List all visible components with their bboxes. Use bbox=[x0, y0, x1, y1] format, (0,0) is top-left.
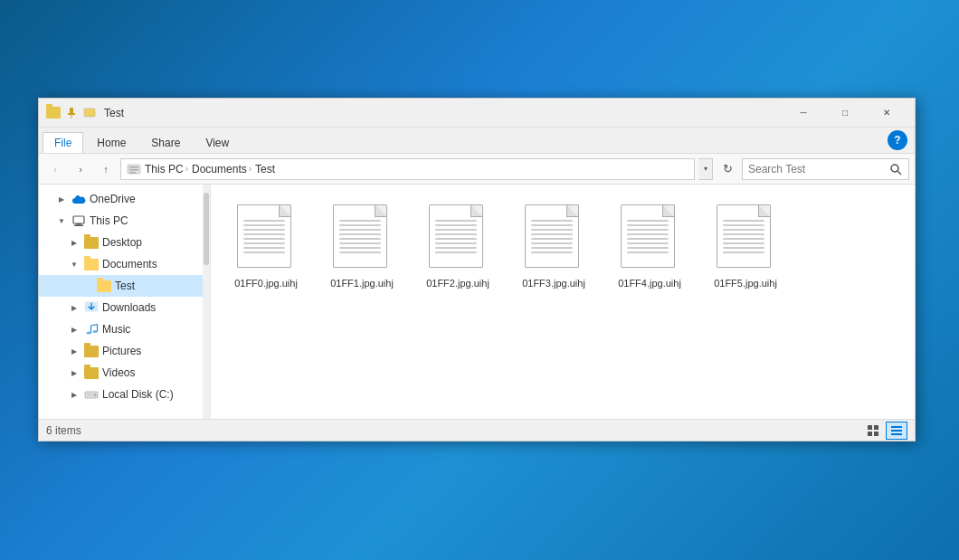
sidebar-item-test[interactable]: Test bbox=[39, 275, 210, 297]
sidebar-label-onedrive: OneDrive bbox=[90, 193, 136, 205]
file-name: 01FF0.jpg.uihj bbox=[234, 277, 298, 289]
sidebar-label-documents: Documents bbox=[102, 258, 157, 271]
svg-point-15 bbox=[93, 330, 98, 333]
svg-rect-28 bbox=[891, 433, 902, 435]
file-lines bbox=[627, 220, 669, 256]
status-bar: 6 items bbox=[39, 419, 915, 441]
file-icon bbox=[237, 204, 295, 271]
path-test-label: Test bbox=[255, 163, 275, 176]
expand-documents: ▼ bbox=[68, 258, 81, 271]
svg-line-9 bbox=[897, 171, 901, 175]
sidebar-label-desktop: Desktop bbox=[102, 236, 142, 249]
tab-share[interactable]: Share bbox=[139, 132, 192, 153]
file-item[interactable]: 01FF5.jpg.uihj bbox=[705, 199, 786, 295]
address-dropdown[interactable]: ▾ bbox=[698, 158, 713, 180]
nav-scrollbar-thumb bbox=[204, 193, 209, 265]
search-icon[interactable] bbox=[887, 160, 905, 178]
minimize-button[interactable]: ─ bbox=[783, 99, 824, 128]
sidebar-item-onedrive[interactable]: ▶ OneDrive bbox=[39, 188, 210, 210]
music-icon bbox=[84, 324, 99, 336]
file-grid: 01FF0.jpg.uihj 01FF1.jpg.uihj 01FF2.jpg.… bbox=[225, 199, 900, 295]
sidebar-item-thispc[interactable]: ▼ This PC bbox=[39, 210, 210, 232]
file-lines bbox=[339, 220, 381, 256]
svg-rect-6 bbox=[129, 169, 138, 171]
expand-onedrive: ▶ bbox=[55, 193, 68, 205]
refresh-button[interactable]: ↻ bbox=[717, 158, 738, 180]
file-lines bbox=[243, 220, 285, 256]
file-item[interactable]: 01FF3.jpg.uihj bbox=[513, 199, 594, 295]
tab-view[interactable]: View bbox=[194, 132, 241, 153]
svg-rect-11 bbox=[76, 223, 81, 225]
search-box bbox=[742, 158, 909, 180]
tab-file[interactable]: File bbox=[43, 132, 83, 153]
view-list-button[interactable] bbox=[886, 422, 907, 440]
sidebar-item-videos[interactable]: ▶ Videos bbox=[39, 362, 210, 384]
svg-rect-21 bbox=[87, 394, 92, 395]
svg-line-18 bbox=[91, 325, 98, 327]
svg-point-20 bbox=[94, 394, 97, 396]
maximize-button[interactable]: □ bbox=[824, 99, 866, 128]
svg-point-14 bbox=[87, 332, 91, 335]
sidebar-label-videos: Videos bbox=[102, 366, 135, 379]
folder-icon-videos bbox=[84, 367, 99, 379]
file-item[interactable]: 01FF4.jpg.uihj bbox=[609, 199, 690, 295]
sidebar-label-thispc: This PC bbox=[90, 214, 128, 227]
sidebar-item-downloads[interactable]: ▶ Downloads bbox=[39, 297, 210, 318]
help-button[interactable]: ? bbox=[888, 130, 907, 150]
svg-rect-5 bbox=[129, 166, 138, 168]
expand-thispc: ▼ bbox=[55, 214, 68, 227]
nav-scrollbar[interactable] bbox=[203, 185, 210, 419]
file-paper bbox=[717, 204, 771, 268]
search-input[interactable] bbox=[748, 163, 887, 176]
up-button[interactable]: ↑ bbox=[95, 158, 117, 180]
sidebar-item-documents[interactable]: ▼ Documents bbox=[39, 253, 210, 275]
file-name: 01FF4.jpg.uihj bbox=[618, 277, 681, 289]
sidebar-item-desktop[interactable]: ▶ Desktop bbox=[39, 232, 210, 253]
file-item[interactable]: 01FF2.jpg.uihj bbox=[417, 199, 498, 295]
expand-pictures: ▶ bbox=[68, 345, 81, 357]
sidebar-item-music[interactable]: ▶ Music bbox=[39, 318, 210, 340]
address-path[interactable]: This PC › Documents › Test bbox=[120, 158, 695, 180]
download-icon bbox=[84, 300, 99, 316]
cloud-icon bbox=[71, 194, 86, 205]
sidebar-label-test: Test bbox=[115, 280, 135, 292]
pin-icon bbox=[64, 106, 79, 120]
sidebar-item-pictures[interactable]: ▶ Pictures bbox=[39, 340, 210, 362]
forward-button[interactable]: › bbox=[70, 158, 91, 180]
file-name: 01FF1.jpg.uihj bbox=[330, 277, 394, 289]
ribbon: File Home Share View ? bbox=[39, 128, 915, 154]
expand-localdisk: ▶ bbox=[68, 388, 81, 401]
svg-rect-25 bbox=[874, 432, 878, 436]
window-controls: ─ □ ✕ bbox=[783, 99, 907, 128]
file-icon bbox=[525, 204, 583, 271]
back-button[interactable]: ‹ bbox=[44, 158, 66, 180]
nav-pane-inner: ▶ OneDrive ▼ This PC ▶ bbox=[39, 185, 210, 419]
title-bar: Test ─ □ ✕ bbox=[39, 99, 915, 128]
nav-pane: ▶ OneDrive ▼ This PC ▶ bbox=[39, 185, 211, 419]
file-item[interactable]: 01FF1.jpg.uihj bbox=[321, 199, 403, 295]
path-documents: Documents › bbox=[192, 163, 252, 176]
svg-rect-23 bbox=[874, 425, 878, 430]
file-icon bbox=[333, 204, 391, 271]
file-paper bbox=[237, 204, 291, 268]
expand-test bbox=[81, 280, 93, 292]
pc-icon bbox=[71, 215, 86, 227]
file-icon bbox=[429, 204, 487, 271]
svg-rect-2 bbox=[71, 115, 72, 119]
title-bar-icons bbox=[46, 106, 97, 120]
path-test: Test bbox=[255, 163, 275, 176]
file-paper bbox=[429, 204, 483, 268]
ribbon-tabs: File Home Share View ? bbox=[39, 128, 915, 153]
close-button[interactable]: ✕ bbox=[866, 99, 907, 128]
expand-music: ▶ bbox=[68, 323, 81, 336]
tab-home[interactable]: Home bbox=[85, 132, 138, 153]
file-icon bbox=[621, 204, 679, 271]
view-grid-button[interactable] bbox=[862, 422, 884, 440]
folder-icon-desktop bbox=[84, 237, 99, 249]
svg-rect-7 bbox=[129, 172, 136, 174]
file-paper bbox=[333, 204, 387, 268]
sidebar-item-localdisk[interactable]: ▶ Local Disk (C:) bbox=[39, 384, 210, 405]
svg-rect-24 bbox=[868, 432, 872, 436]
expand-videos: ▶ bbox=[68, 366, 81, 379]
file-item[interactable]: 01FF0.jpg.uihj bbox=[225, 199, 307, 295]
